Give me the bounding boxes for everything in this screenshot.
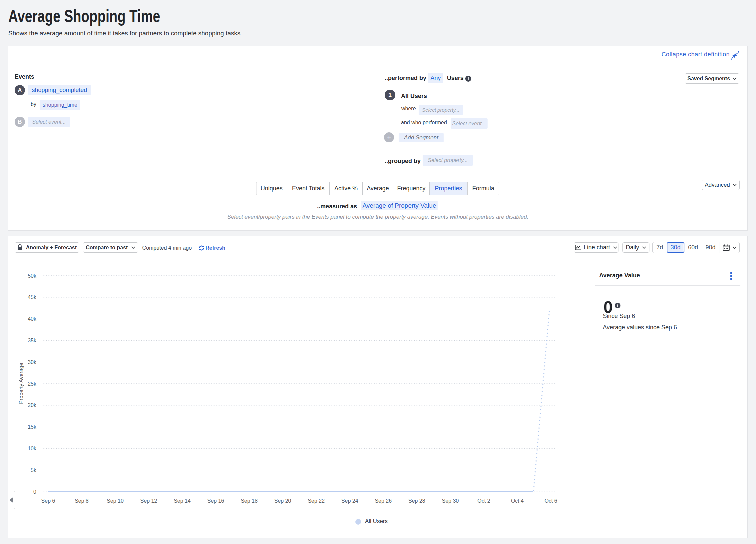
svg-text:40k: 40k xyxy=(28,316,37,322)
svg-text:5k: 5k xyxy=(31,467,37,473)
svg-text:Property Average: Property Average xyxy=(18,363,24,404)
svg-text:25k: 25k xyxy=(28,381,37,387)
svg-text:10k: 10k xyxy=(28,446,37,451)
svg-text:15k: 15k xyxy=(28,424,37,430)
svg-text:Sep 12: Sep 12 xyxy=(140,498,157,504)
svg-text:Sep 14: Sep 14 xyxy=(174,498,191,504)
svg-text:Sep 26: Sep 26 xyxy=(375,498,392,504)
svg-text:Sep 22: Sep 22 xyxy=(308,498,325,504)
svg-text:35k: 35k xyxy=(28,338,37,343)
svg-text:Sep 8: Sep 8 xyxy=(75,498,89,504)
svg-text:45k: 45k xyxy=(28,294,37,300)
svg-text:Oct 4: Oct 4 xyxy=(511,498,524,504)
svg-text:Oct 2: Oct 2 xyxy=(478,498,490,504)
svg-text:Sep 28: Sep 28 xyxy=(408,498,425,504)
svg-text:Sep 18: Sep 18 xyxy=(241,498,258,504)
svg-text:Sep 30: Sep 30 xyxy=(442,498,459,504)
svg-text:Sep 6: Sep 6 xyxy=(41,498,55,504)
svg-text:20k: 20k xyxy=(28,402,37,408)
svg-text:Sep 24: Sep 24 xyxy=(341,498,358,504)
svg-text:Oct 6: Oct 6 xyxy=(545,498,557,504)
svg-text:30k: 30k xyxy=(28,359,37,365)
svg-text:50k: 50k xyxy=(28,273,37,279)
svg-text:Sep 10: Sep 10 xyxy=(107,498,124,504)
svg-text:Sep 20: Sep 20 xyxy=(274,498,291,504)
svg-text:Sep 16: Sep 16 xyxy=(207,498,224,504)
svg-text:0: 0 xyxy=(33,489,36,495)
